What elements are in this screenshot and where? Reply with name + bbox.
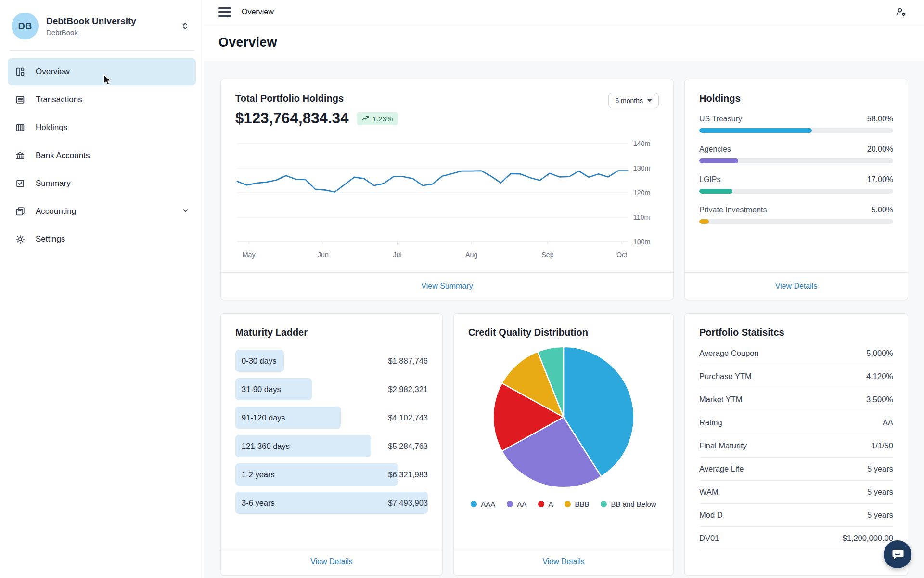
bank-icon [14, 150, 26, 161]
dashboard-icon [14, 66, 26, 78]
checkbox-check-icon [14, 178, 26, 189]
chat-bubble-icon [891, 548, 904, 561]
stat-row: Mod D5 years [699, 504, 893, 527]
stat-row: Average Life5 years [699, 458, 893, 481]
sidebar-item-label: Holdings [36, 123, 67, 132]
hamburger-menu-icon[interactable] [218, 7, 231, 17]
sidebar-item-summary[interactable]: Summary [8, 170, 196, 197]
topbar-breadcrumb: Overview [242, 8, 274, 16]
maturity-row: 121-360 days$5,284,763 [235, 435, 428, 457]
sidebar-item-label: Summary [36, 179, 71, 188]
sidebar-item-label: Transactions [36, 95, 82, 105]
credit-quality-card: Credit Quality Distribution AAA AA A BBB… [453, 313, 674, 576]
svg-text:Jul: Jul [393, 250, 401, 258]
sidebar-item-label: Settings [36, 235, 65, 244]
svg-text:Sep: Sep [541, 250, 553, 258]
stat-row: Purchase YTM4.120% [699, 365, 893, 388]
progress-fill [699, 158, 738, 163]
sidebar-item-holdings[interactable]: Holdings [8, 114, 196, 141]
svg-text:110m: 110m [633, 213, 650, 221]
sidebar-item-transactions[interactable]: Transactions [8, 86, 196, 113]
org-subtitle: DebtBook [46, 28, 170, 37]
card-title: Portfolio Statisitcs [699, 327, 893, 338]
chat-launcher-button[interactable] [884, 540, 911, 568]
time-range-dropdown[interactable]: 6 months [608, 93, 659, 108]
stat-row: DV01$1,200,000.00 [699, 527, 893, 550]
topbar: Overview [204, 0, 924, 24]
holding-row: Agencies20.00% [699, 145, 893, 163]
legend-dot [471, 501, 477, 507]
maturity-bar-list: 0-30 days$1,887,746 31-90 days$2,982,321… [235, 350, 428, 514]
maturity-row: 1-2 years$6,321,983 [235, 463, 428, 486]
card-title: Maturity Ladder [235, 327, 428, 338]
org-name: DebtBook University [46, 15, 170, 27]
card-title: Total Portfolio Holdings [235, 93, 398, 104]
stat-row: RatingAA [699, 411, 893, 434]
page-title: Overview [218, 35, 910, 50]
pie-legend: AAA AA A BBB BB and Below [468, 500, 659, 508]
sidebar-item-settings[interactable]: Settings [8, 226, 196, 253]
svg-text:120m: 120m [633, 188, 651, 196]
stat-row: WAM5 years [699, 481, 893, 504]
sidebar-item-label: Overview [36, 67, 70, 77]
total-portfolio-holdings-card: Total Portfolio Holdings $123,764,834.34… [220, 79, 674, 300]
view-details-link[interactable]: View Details [775, 282, 818, 290]
holding-row: LGIPs17.00% [699, 175, 893, 194]
holding-row: Private Investments5.00% [699, 206, 893, 224]
caret-down-icon [647, 99, 652, 102]
progress-fill [699, 128, 812, 133]
sidebar-item-accounting[interactable]: Accounting [8, 198, 196, 225]
sidebar-item-bank-accounts[interactable]: Bank Accounts [8, 142, 196, 169]
progress-fill [699, 219, 709, 224]
progress-track [699, 219, 893, 224]
svg-text:130m: 130m [633, 164, 651, 171]
progress-track [699, 189, 893, 194]
portfolio-total-value: $123,764,834.34 [235, 110, 349, 127]
sidebar-item-overview[interactable]: Overview [8, 58, 196, 85]
org-unfold-icon[interactable] [178, 18, 193, 34]
progress-fill [699, 189, 732, 194]
legend-dot [565, 501, 571, 507]
sidebar-divider [10, 50, 194, 51]
org-switcher[interactable]: DB DebtBook University DebtBook [0, 13, 204, 39]
portfolio-statistics-card: Portfolio Statisitcs Average Coupon5.000… [684, 313, 908, 576]
view-details-link[interactable]: View Details [542, 557, 585, 566]
maturity-row: 3-6 years$7,493,903 [235, 492, 428, 514]
svg-text:May: May [243, 250, 256, 258]
legend-item: BB and Below [601, 500, 656, 508]
stats-table: Average Coupon5.000% Purchase YTM4.120% … [699, 342, 893, 550]
legend-item: AA [507, 500, 526, 508]
stat-row: Final Maturity1/1/50 [699, 434, 893, 458]
transactions-list-icon [14, 94, 26, 105]
legend-item: A [538, 500, 553, 508]
progress-track [699, 158, 893, 163]
legend-dot [507, 501, 513, 507]
maturity-row: 91-120 days$4,102,743 [235, 407, 428, 429]
progress-track [699, 128, 893, 133]
stat-row: Average Coupon5.000% [699, 342, 893, 365]
chevron-down-icon [181, 207, 189, 217]
legend-dot [538, 501, 544, 507]
holding-row: US Treasury58.00% [699, 115, 893, 133]
manage-users-icon[interactable] [892, 3, 910, 21]
maturity-ladder-card: Maturity Ladder 0-30 days$1,887,746 31-9… [220, 313, 443, 576]
gear-icon [14, 234, 26, 245]
legend-item: BBB [565, 500, 589, 508]
svg-text:Aug: Aug [465, 250, 477, 258]
sidebar: DB DebtBook University DebtBook Overview [0, 0, 204, 578]
svg-text:100m: 100m [633, 237, 651, 245]
legend-dot [601, 501, 607, 507]
sidebar-nav: Overview Transactions Holdings [0, 58, 204, 253]
sidebar-item-label: Bank Accounts [36, 151, 90, 160]
sidebar-item-label: Accounting [36, 207, 76, 216]
trending-up-icon [362, 116, 369, 121]
calculator-icon [14, 206, 26, 217]
svg-text:140m: 140m [633, 139, 651, 147]
maturity-row: 31-90 days$2,982,321 [235, 378, 428, 400]
view-details-link[interactable]: View Details [310, 557, 353, 566]
view-summary-link[interactable]: View Summary [421, 282, 473, 290]
dashboard-content: Total Portfolio Holdings $123,764,834.34… [204, 61, 924, 578]
credit-quality-pie-chart [468, 342, 659, 492]
holdings-card: Holdings US Treasury58.00% Agencies20.00… [684, 79, 908, 300]
stat-row: Market YTM3.500% [699, 388, 893, 411]
